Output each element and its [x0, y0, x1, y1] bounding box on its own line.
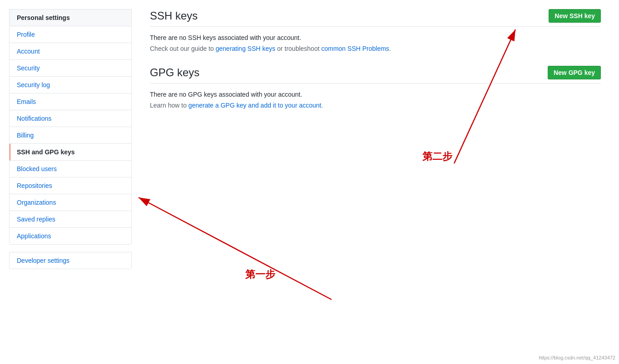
step1-annotation: 第一步 — [245, 268, 275, 281]
page-wrapper: Personal settings Profile Account Securi… — [0, 0, 619, 364]
new-gpg-key-button[interactable]: New GPG key — [548, 66, 601, 79]
ssh-guide-middle: or troubleshoot — [275, 45, 321, 52]
gpg-section-header: GPG keys New GPG key — [150, 66, 601, 84]
sidebar-item-billing[interactable]: Billing — [10, 127, 131, 144]
sidebar-item-notifications[interactable]: Notifications — [10, 110, 131, 127]
gpg-no-keys-text: There are no GPG keys associated with yo… — [150, 91, 601, 98]
new-ssh-key-button[interactable]: New SSH key — [549, 9, 601, 23]
gpg-section-body: There are no GPG keys associated with yo… — [150, 91, 601, 109]
sidebar-item-ssh-gpg-keys[interactable]: SSH and GPG keys — [10, 144, 131, 161]
sidebar-item-security-log[interactable]: Security log — [10, 77, 131, 93]
sidebar-item-profile[interactable]: Profile — [10, 26, 131, 43]
step2-annotation: 第二步 — [422, 150, 452, 163]
main-content: SSH keys New SSH key There are no SSH ke… — [141, 9, 610, 355]
gpg-section-title: GPG keys — [150, 66, 199, 79]
ssh-problems-link[interactable]: common SSH Problems — [321, 45, 389, 52]
ssh-section: SSH keys New SSH key There are no SSH ke… — [150, 9, 601, 52]
ssh-guide-text: Check out our guide to generating SSH ke… — [150, 45, 601, 52]
ssh-section-title: SSH keys — [150, 10, 198, 22]
sidebar-item-applications[interactable]: Applications — [10, 228, 131, 244]
sidebar-header: Personal settings — [9, 9, 132, 26]
ssh-section-body: There are no SSH keys associated with yo… — [150, 34, 601, 52]
ssh-generating-link[interactable]: generating SSH keys — [216, 45, 276, 52]
watermark: https://blog.csdn.net/qq_41243472 — [539, 355, 615, 360]
sidebar-item-emails[interactable]: Emails — [10, 93, 131, 110]
gpg-learn-before: Learn how to — [150, 102, 188, 109]
sidebar-item-blocked-users[interactable]: Blocked users — [10, 161, 131, 177]
sidebar-nav: Profile Account Security Security log Em… — [9, 26, 132, 245]
gpg-learn-text: Learn how to generate a GPG key and add … — [150, 102, 601, 109]
sidebar-dev-nav: Developer settings — [9, 252, 132, 269]
sidebar-item-organizations[interactable]: Organizations — [10, 194, 131, 211]
sidebar-item-account[interactable]: Account — [10, 43, 131, 60]
gpg-section: GPG keys New GPG key There are no GPG ke… — [150, 66, 601, 109]
sidebar-item-repositories[interactable]: Repositories — [10, 177, 131, 194]
sidebar-item-developer-settings[interactable]: Developer settings — [10, 252, 131, 269]
ssh-guide-after: . — [389, 45, 391, 52]
gpg-learn-after: . — [321, 102, 323, 109]
gpg-learn-link[interactable]: generate a GPG key and add it to your ac… — [188, 102, 322, 109]
sidebar-item-saved-replies[interactable]: Saved replies — [10, 211, 131, 228]
layout: Personal settings Profile Account Securi… — [0, 0, 619, 364]
ssh-guide-before: Check out our guide to — [150, 45, 216, 52]
sidebar-item-security[interactable]: Security — [10, 60, 131, 77]
sidebar: Personal settings Profile Account Securi… — [9, 9, 132, 355]
ssh-section-header: SSH keys New SSH key — [150, 9, 601, 27]
ssh-no-keys-text: There are no SSH keys associated with yo… — [150, 34, 601, 41]
